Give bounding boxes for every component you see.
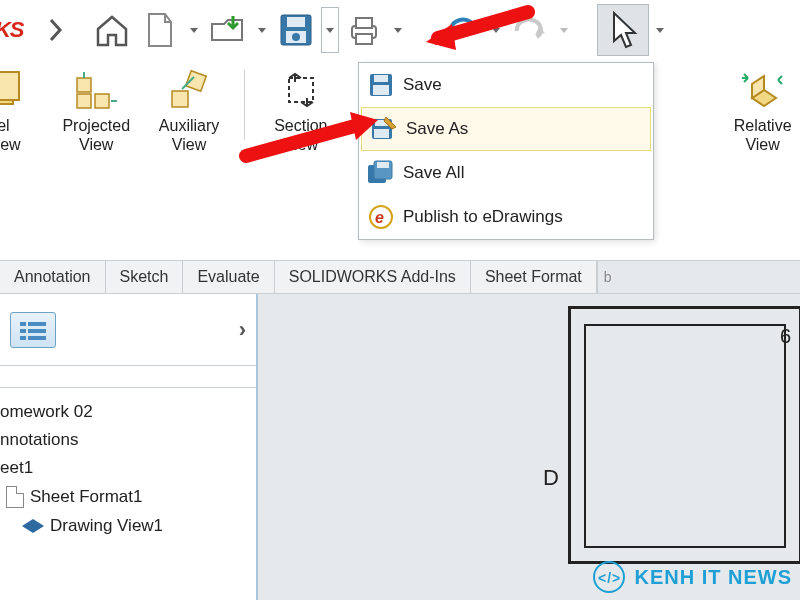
- section-view-icon: [279, 68, 323, 112]
- svg-point-3: [292, 33, 300, 41]
- tree-item[interactable]: omework 02: [0, 398, 256, 426]
- new-file-icon: [145, 12, 175, 48]
- open-dropdown[interactable]: [253, 7, 271, 53]
- ribbon-separator: [244, 70, 245, 140]
- tree-item[interactable]: nnotations: [0, 426, 256, 454]
- ribbon-projected-view[interactable]: ProjectedView: [59, 62, 134, 154]
- svg-rect-17: [289, 78, 313, 102]
- ribbon-relative-view[interactable]: RelativeView: [725, 62, 800, 154]
- tab-sheet-format[interactable]: Sheet Format: [471, 261, 597, 293]
- ribbon-label: Auxiliary: [159, 117, 219, 134]
- tree-label: Drawing View1: [50, 516, 163, 536]
- home-button[interactable]: [89, 7, 135, 53]
- tree-item-drawing-view[interactable]: Drawing View1: [0, 512, 256, 540]
- caret-down-icon: [656, 28, 664, 33]
- feature-tree: omework 02 nnotations eet1 Sheet Format1…: [0, 388, 256, 540]
- tab-evaluate[interactable]: Evaluate: [183, 261, 274, 293]
- command-manager-tabs: Annotation Sketch Evaluate SOLIDWORKS Ad…: [0, 260, 800, 294]
- new-dropdown[interactable]: [185, 7, 203, 53]
- save-floppy-icon: [278, 12, 314, 48]
- ribbon-label: View: [172, 136, 206, 153]
- redo-dropdown[interactable]: [555, 7, 573, 53]
- ribbon-label: Section: [274, 117, 327, 134]
- ribbon-label: Relative: [734, 117, 792, 134]
- svg-rect-14: [172, 91, 188, 107]
- svg-rect-21: [374, 75, 388, 82]
- svg-rect-34: [28, 329, 46, 333]
- svg-rect-8: [0, 72, 19, 100]
- caret-down-icon: [560, 28, 568, 33]
- zone-letter: D: [543, 465, 559, 491]
- caret-down-icon: [326, 28, 334, 33]
- relative-view-icon: [741, 68, 785, 112]
- ribbon-auxiliary-view[interactable]: AuxiliaryView: [152, 62, 227, 154]
- redo-button[interactable]: [507, 7, 553, 53]
- lower-workspace: › omework 02 nnotations eet1 Sheet Forma…: [0, 294, 800, 600]
- menu-label: Save: [403, 75, 442, 95]
- svg-rect-35: [20, 336, 26, 340]
- app-brand-fragment: RKS: [0, 17, 31, 43]
- undo-button[interactable]: [439, 7, 485, 53]
- menu-chevron-button[interactable]: [33, 7, 79, 53]
- watermark-text: KENH IT NEWS: [634, 566, 792, 589]
- panel-expand-icon[interactable]: ›: [239, 317, 246, 343]
- auxiliary-view-icon: [167, 68, 211, 112]
- menu-item-publish-edrawings[interactable]: e Publish to eDrawings: [359, 195, 653, 239]
- open-button[interactable]: [205, 7, 251, 53]
- svg-rect-9: [77, 78, 91, 92]
- ribbon-section-view[interactable]: SectionView: [263, 62, 338, 154]
- chevron-right-icon: [49, 18, 63, 42]
- tree-label: nnotations: [0, 430, 78, 450]
- pointer-dropdown[interactable]: [651, 7, 669, 53]
- svg-rect-25: [374, 129, 389, 138]
- tree-label: Sheet Format1: [30, 487, 142, 507]
- save-dropdown[interactable]: [321, 7, 339, 53]
- svg-rect-5: [356, 18, 372, 28]
- tree-item-sheet-format[interactable]: Sheet Format1: [0, 482, 256, 512]
- menu-label: Publish to eDrawings: [403, 207, 563, 227]
- ribbon-model-view[interactable]: elView: [0, 62, 41, 154]
- print-dropdown[interactable]: [389, 7, 407, 53]
- menu-item-save-as[interactable]: Save As: [361, 107, 651, 151]
- tab-sketch[interactable]: Sketch: [106, 261, 184, 293]
- svg-rect-36: [28, 336, 46, 340]
- undo-icon: [445, 17, 479, 43]
- save-dropdown-menu: Save Save As Save All e Publish to eDraw…: [358, 62, 654, 240]
- save-icon: [359, 72, 403, 98]
- feature-manager-tab-icon[interactable]: [10, 312, 56, 348]
- tab-solidworks-addins[interactable]: SOLIDWORKS Add-Ins: [275, 261, 471, 293]
- menu-label: Save All: [403, 163, 464, 183]
- watermark: </> KENH IT NEWS: [592, 560, 792, 594]
- new-button[interactable]: [137, 7, 183, 53]
- drawing-view-icon: [22, 519, 44, 533]
- svg-text:</>: </>: [598, 570, 621, 586]
- svg-rect-32: [28, 322, 46, 326]
- feature-manager-panel: › omework 02 nnotations eet1 Sheet Forma…: [0, 294, 258, 600]
- model-view-icon: [0, 68, 25, 112]
- home-icon: [94, 13, 130, 47]
- print-button[interactable]: [341, 7, 387, 53]
- tab-search-field[interactable]: b: [597, 261, 800, 293]
- pointer-icon: [608, 11, 638, 49]
- tree-item[interactable]: eet1: [0, 454, 256, 482]
- undo-dropdown[interactable]: [487, 7, 505, 53]
- svg-rect-33: [20, 329, 26, 333]
- svg-rect-6: [356, 34, 372, 44]
- save-button[interactable]: [273, 7, 319, 53]
- menu-item-save[interactable]: Save: [359, 63, 653, 107]
- projected-view-icon: [74, 68, 118, 112]
- open-folder-icon: [209, 14, 247, 46]
- caret-down-icon: [394, 28, 402, 33]
- menu-item-save-all[interactable]: Save All: [359, 151, 653, 195]
- print-icon: [345, 14, 383, 46]
- tab-annotation[interactable]: Annotation: [0, 261, 106, 293]
- drawing-canvas[interactable]: 6 D: [258, 294, 800, 600]
- save-all-icon: [359, 159, 403, 187]
- svg-rect-1: [287, 17, 305, 27]
- svg-text:e: e: [375, 209, 384, 226]
- pointer-tool-button[interactable]: [597, 4, 649, 56]
- sheet-border-inner: [584, 324, 786, 548]
- panel-header: ›: [0, 294, 256, 366]
- edrawings-icon: e: [359, 204, 403, 230]
- tree-label: eet1: [0, 458, 33, 478]
